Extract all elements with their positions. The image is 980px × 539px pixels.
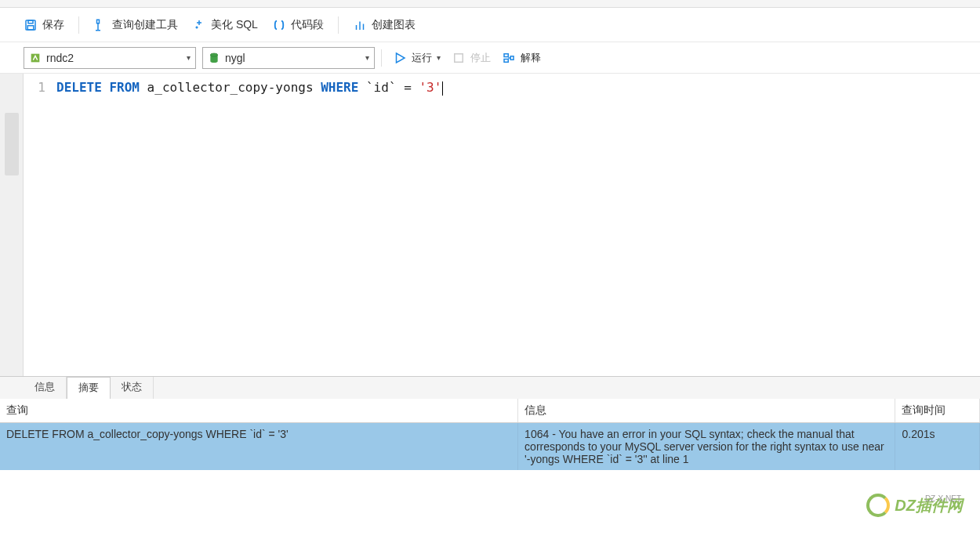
cell-query: DELETE FROM a_collector_copy-yongs WHERE… — [0, 423, 518, 471]
save-button[interactable]: 保存 — [24, 18, 64, 32]
run-group: 运行 ▾ 停止 解释 — [393, 51, 541, 65]
str-value: '3' — [419, 80, 441, 95]
table-row[interactable]: DELETE FROM a_collector_copy-yongs WHERE… — [0, 423, 980, 471]
kw-delete: DELETE — [56, 80, 102, 95]
divider — [78, 16, 79, 34]
query-builder-button[interactable]: 查询创建工具 — [93, 18, 178, 32]
database-select[interactable]: nygl ▾ — [202, 47, 375, 69]
save-icon — [24, 18, 38, 32]
col-time[interactable]: 查询时间 — [895, 399, 980, 423]
svg-rect-1 — [28, 20, 33, 24]
svg-rect-18 — [504, 53, 508, 56]
save-label: 保存 — [42, 18, 64, 32]
line-number: 1 — [24, 80, 45, 95]
svg-rect-20 — [510, 56, 514, 60]
run-label: 运行 — [412, 51, 432, 65]
connection-icon — [29, 52, 42, 64]
chevron-down-icon: ▾ — [365, 53, 369, 62]
stop-label: 停止 — [470, 51, 491, 65]
code-area[interactable]: DELETE FROM a_collector_copy-yongs WHERE… — [50, 74, 443, 376]
query-builder-icon — [93, 18, 107, 32]
tab-summary[interactable]: 摘要 — [67, 377, 111, 399]
svg-rect-2 — [27, 25, 34, 29]
chevron-down-icon: ▾ — [187, 53, 191, 62]
svg-marker-16 — [397, 53, 405, 63]
explain-label: 解释 — [521, 51, 541, 65]
result-tabs: 信息 摘要 状态 — [0, 377, 980, 399]
sparkle-icon — [192, 18, 206, 32]
toolbar: 保存 查询创建工具 美化 SQL 代码段 创建图表 — [0, 8, 980, 42]
connection-row: rndc2 ▾ nygl ▾ 运行 ▾ 停止 解释 — [0, 42, 980, 74]
col-query[interactable]: 查询 — [0, 399, 518, 423]
stop-button: 停止 — [452, 51, 491, 65]
tab-info[interactable]: 信息 — [24, 377, 67, 399]
database-label: nygl — [225, 52, 361, 64]
chart-button[interactable]: 创建图表 — [353, 18, 416, 32]
explain-icon — [502, 51, 516, 65]
stop-icon — [452, 51, 466, 65]
database-icon — [208, 52, 220, 64]
chevron-down-icon: ▾ — [437, 53, 441, 62]
divider — [338, 16, 339, 34]
sql-editor[interactable]: 1 DELETE FROM a_collector_copy-yongs WHE… — [24, 74, 980, 376]
result-table: 查询 信息 查询时间 DELETE FROM a_collector_copy-… — [0, 399, 980, 470]
tab-status[interactable]: 状态 — [111, 377, 154, 399]
chart-label: 创建图表 — [372, 18, 416, 32]
result-area: 信息 摘要 状态 查询 信息 查询时间 DELETE FROM a_collec… — [0, 376, 980, 539]
eq: = — [404, 80, 412, 95]
line-numbers: 1 — [24, 74, 50, 376]
top-tabs — [0, 0, 980, 8]
play-icon — [393, 51, 407, 65]
kw-from: FROM — [109, 80, 140, 95]
table-name: a_collector_copy-yongs — [147, 80, 314, 95]
gutter-mark — [5, 113, 19, 175]
brackets-icon — [272, 18, 286, 32]
cell-message: 1064 - You have an error in your SQL syn… — [518, 423, 895, 471]
divider — [381, 49, 382, 67]
kw-where: WHERE — [321, 80, 358, 95]
query-builder-label: 查询创建工具 — [112, 18, 178, 32]
text-cursor — [442, 81, 443, 96]
main-area: 1 DELETE FROM a_collector_copy-yongs WHE… — [0, 74, 980, 376]
svg-rect-19 — [504, 59, 508, 62]
left-gutter — [0, 74, 24, 376]
col-name: `id` — [366, 80, 397, 95]
explain-button[interactable]: 解释 — [502, 51, 541, 65]
col-message[interactable]: 信息 — [518, 399, 895, 423]
beautify-label: 美化 SQL — [211, 18, 258, 32]
cell-time: 0.201s — [895, 423, 980, 471]
connection-label: rndc2 — [46, 52, 182, 64]
beautify-button[interactable]: 美化 SQL — [192, 18, 258, 32]
svg-rect-3 — [97, 20, 100, 24]
snippet-label: 代码段 — [291, 18, 324, 32]
svg-rect-17 — [455, 53, 463, 62]
connection-select[interactable]: rndc2 ▾ — [24, 47, 196, 69]
chart-icon — [353, 18, 367, 32]
run-button[interactable]: 运行 ▾ — [393, 51, 441, 65]
snippet-button[interactable]: 代码段 — [272, 18, 324, 32]
